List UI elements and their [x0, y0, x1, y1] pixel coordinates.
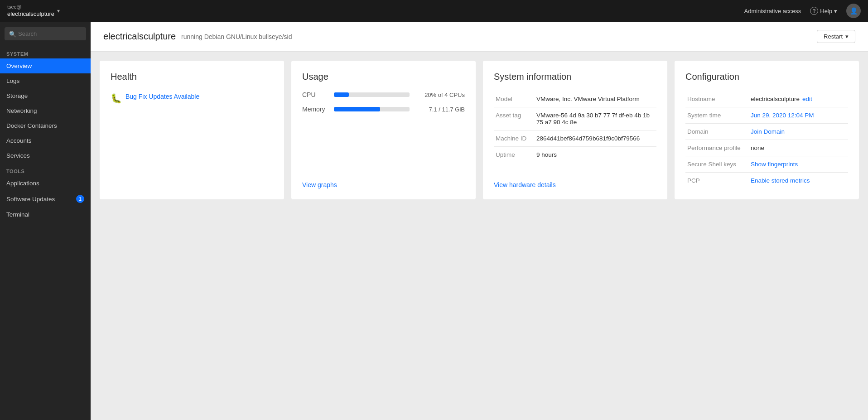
sidebar-item-storage[interactable]: Storage [0, 88, 91, 103]
help-icon: ? [810, 7, 818, 15]
sidebar-item-networking[interactable]: Networking [0, 103, 91, 118]
topbar-user[interactable]: tsec@ electricalsculpture ▾ [7, 4, 98, 18]
table-row: Hostname electricalsculpture edit [685, 91, 848, 107]
model-value: VMware, Inc. VMware Virtual Platform [535, 91, 656, 107]
memory-value: 7.1 / 11.7 GiB [415, 106, 465, 113]
restart-button[interactable]: Restart ▾ [817, 30, 855, 43]
section-label-tools: Tools [0, 163, 91, 176]
sidebar-item-docker-label: Docker Containers [6, 122, 57, 129]
sidebar-item-services[interactable]: Services [0, 148, 91, 163]
health-card-title: Health [111, 72, 273, 82]
uptime-value: 9 hours [535, 147, 656, 163]
cpu-label: CPU [302, 91, 328, 98]
cpu-bar-fill [334, 92, 349, 97]
hostname-label: Hostname [685, 91, 749, 107]
avatar[interactable]: 👤 [846, 4, 861, 18]
machine-id-label: Machine ID [494, 130, 535, 147]
username-line1: tsec@ [7, 4, 54, 10]
avatar-icon: 👤 [850, 7, 858, 14]
config-card: Configuration Hostname electricalsculptu… [675, 61, 859, 199]
table-row: System time Jun 29, 2020 12:04 PM [685, 107, 848, 124]
enable-stored-metrics-link[interactable]: Enable stored metrics [751, 177, 810, 184]
topbar: tsec@ electricalsculpture ▾ Administrati… [0, 0, 868, 22]
cards-grid: Health 🐛 Bug Fix Updates Available Usage… [91, 52, 868, 208]
restart-label: Restart [824, 33, 843, 40]
domain-cell: Join Domain [749, 124, 848, 140]
table-row: Secure Shell keys Show fingerprints [685, 156, 848, 173]
search-input[interactable] [5, 27, 86, 40]
hostname-wrap: electricalsculpture edit [751, 96, 846, 102]
table-row: Model VMware, Inc. VMware Virtual Platfo… [494, 91, 656, 107]
sidebar-item-software-updates[interactable]: Software Updates 1 [0, 191, 91, 207]
main-content: electricalsculpture running Debian GNU/L… [91, 22, 868, 420]
hostname-value: electricalsculpture [751, 96, 800, 102]
sidebar-item-terminal-label: Terminal [6, 211, 29, 218]
sidebar-item-docker-containers[interactable]: Docker Containers [0, 118, 91, 133]
sysinfo-card-title: System information [494, 72, 656, 82]
page-subtitle: running Debian GNU/Linux bullseye/sid [181, 33, 292, 40]
config-card-title: Configuration [685, 72, 848, 82]
usage-card: Usage CPU 20% of 4 CPUs Memory 7.1 / 11.… [291, 61, 476, 199]
sidebar-item-overview[interactable]: Overview [0, 58, 91, 73]
perf-profile-label: Performance profile [685, 140, 749, 156]
table-row: Performance profile none [685, 140, 848, 156]
table-row: PCP Enable stored metrics [685, 173, 848, 189]
uptime-label: Uptime [494, 147, 535, 163]
table-row: Machine ID 2864d41bef864d759b681f9c0bf79… [494, 130, 656, 147]
view-hardware-link[interactable]: View hardware details [494, 174, 656, 188]
ssh-keys-label: Secure Shell keys [685, 156, 749, 173]
sidebar-item-applications[interactable]: Applications [0, 176, 91, 191]
sidebar-item-applications-label: Applications [6, 180, 39, 187]
cpu-bar-wrap [334, 92, 410, 97]
sidebar-item-logs-label: Logs [6, 77, 19, 84]
show-fingerprints-link[interactable]: Show fingerprints [751, 161, 798, 168]
asset-tag-label: Asset tag [494, 107, 535, 130]
table-row: Uptime 9 hours [494, 147, 656, 163]
cpu-value: 20% of 4 CPUs [415, 92, 465, 98]
sidebar-item-storage-label: Storage [6, 92, 28, 99]
section-label-system: System [0, 46, 91, 58]
sysinfo-card: System information Model VMware, Inc. VM… [483, 61, 667, 199]
page-title: electricalsculpture [103, 31, 176, 42]
perf-profile-value: none [749, 140, 848, 156]
view-graphs-link[interactable]: View graphs [302, 174, 465, 188]
join-domain-link[interactable]: Join Domain [751, 128, 785, 135]
help-button[interactable]: ? Help ▾ [810, 7, 837, 15]
admin-access-label: Administrative access [744, 8, 801, 14]
username-display: tsec@ electricalsculpture [7, 4, 54, 18]
software-updates-badge: 1 [76, 195, 84, 203]
table-row: Asset tag VMware-56 4d 9a 30 b7 77 7f df… [494, 107, 656, 130]
sysinfo-table: Model VMware, Inc. VMware Virtual Platfo… [494, 91, 656, 163]
sidebar-item-networking-label: Networking [6, 107, 37, 114]
system-time-link[interactable]: Jun 29, 2020 12:04 PM [751, 112, 814, 119]
app-body: 🔍 System Overview Logs Storage Networkin… [0, 22, 868, 420]
sidebar-item-software-updates-label: Software Updates [6, 196, 55, 203]
hostname-edit-link[interactable]: edit [802, 96, 812, 102]
memory-bar-fill [334, 107, 380, 111]
help-label: Help [820, 8, 832, 14]
restart-chevron: ▾ [845, 33, 849, 40]
health-bug-row: 🐛 Bug Fix Updates Available [111, 93, 273, 104]
sidebar-item-terminal[interactable]: Terminal [0, 207, 91, 222]
sidebar-item-accounts-label: Accounts [6, 137, 32, 144]
pcp-label: PCP [685, 173, 749, 189]
bug-fix-link[interactable]: Bug Fix Updates Available [125, 93, 199, 100]
sidebar: 🔍 System Overview Logs Storage Networkin… [0, 22, 91, 420]
main-header: electricalsculpture running Debian GNU/L… [91, 22, 868, 52]
cpu-row: CPU 20% of 4 CPUs [302, 91, 465, 98]
machine-id-value: 2864d41bef864d759b681f9c0bf79566 [535, 130, 656, 147]
sidebar-item-logs[interactable]: Logs [0, 73, 91, 88]
config-table: Hostname electricalsculpture edit System… [685, 91, 848, 188]
bug-icon: 🐛 [111, 93, 122, 104]
table-row: Domain Join Domain [685, 124, 848, 140]
topbar-right: Administrative access ? Help ▾ 👤 [744, 4, 861, 18]
asset-tag-value: VMware-56 4d 9a 30 b7 77 7f df-eb 4b 1b … [535, 107, 656, 130]
help-chevron: ▾ [834, 8, 837, 14]
username-line2: electricalsculpture [7, 10, 54, 18]
user-menu-chevron[interactable]: ▾ [57, 8, 60, 14]
system-time-label: System time [685, 107, 749, 124]
memory-row: Memory 7.1 / 11.7 GiB [302, 106, 465, 113]
sidebar-item-accounts[interactable]: Accounts [0, 133, 91, 148]
hostname-cell: electricalsculpture edit [749, 91, 848, 107]
search-wrap: 🔍 [5, 27, 86, 40]
